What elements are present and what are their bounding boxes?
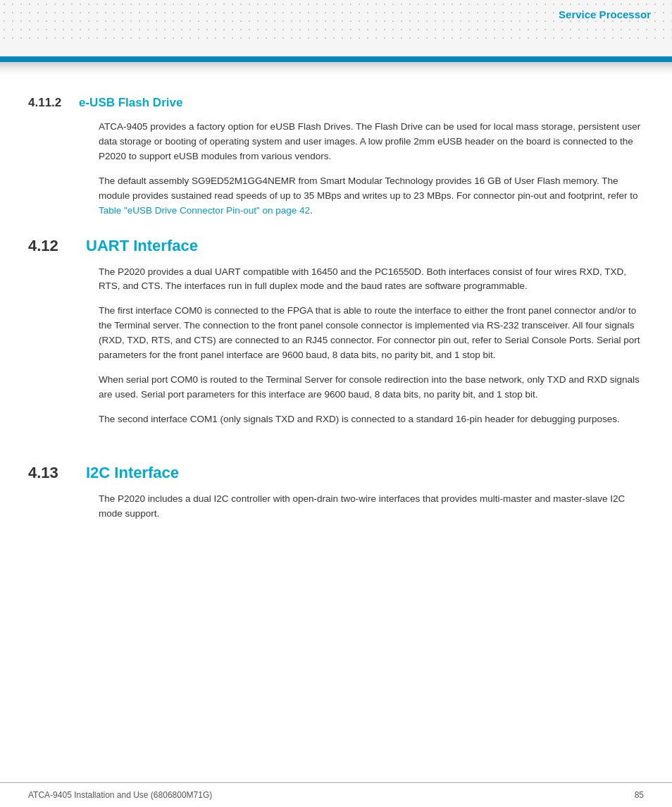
section-412-body: The P2020 provides a dual UART compatibl… [28,265,644,427]
section-412-number: 4.12 [28,237,77,255]
section-4112-heading: 4.11.2 e-USB Flash Drive [28,96,644,110]
blue-bar [0,56,672,62]
eusb-link[interactable]: Table "eUSB Drive Connector Pin-out" on … [99,205,310,216]
section-4112: 4.11.2 e-USB Flash Drive ATCA-9405 provi… [28,96,644,218]
footer-page-number: 85 [635,790,644,800]
section-412-para1: The P2020 provides a dual UART compatibl… [99,265,644,295]
section-413: 4.13 I2C Interface The P2020 includes a … [28,445,644,522]
header-title: Service Processor [559,8,651,20]
section-412: 4.12 UART Interface The P2020 provides a… [28,237,644,427]
section-4112-para2-text: The default assembly SG9ED52M1GG4NEMR fr… [99,175,637,201]
section-413-number: 4.13 [28,464,77,482]
section-412-para3: When serial port COM0 is routed to the T… [99,373,644,402]
section-412-para4: The second interface COM1 (only signals … [99,412,644,427]
section-413-para1: The P2020 includes a dual I2C controller… [99,492,644,522]
main-content: 4.11.2 e-USB Flash Drive ATCA-9405 provi… [0,75,672,560]
section-4112-para1: ATCA-9405 provides a factory option for … [99,120,644,164]
section-412-heading: 4.12 UART Interface [28,237,644,255]
section-4112-title: e-USB Flash Drive [79,96,182,110]
footer-left-text: ATCA-9405 Installation and Use (6806800M… [28,790,212,800]
section-412-title: UART Interface [86,237,198,255]
section-4112-body: ATCA-9405 provides a factory option for … [28,120,644,218]
section-413-heading: 4.13 I2C Interface [28,445,644,482]
header: Service Processor [0,0,672,56]
gray-bar [0,62,672,75]
footer: ATCA-9405 Installation and Use (6806800M… [0,782,672,807]
section-4112-para2: The default assembly SG9ED52M1GG4NEMR fr… [99,174,644,218]
section-4112-para2-end: . [310,205,313,216]
section-413-title: I2C Interface [86,464,179,482]
dot-pattern-bg [0,0,672,42]
section-4112-number: 4.11.2 [28,96,70,110]
section-412-para2: The first interface COM0 is connected to… [99,304,644,363]
section-413-body: The P2020 includes a dual I2C controller… [28,492,644,522]
